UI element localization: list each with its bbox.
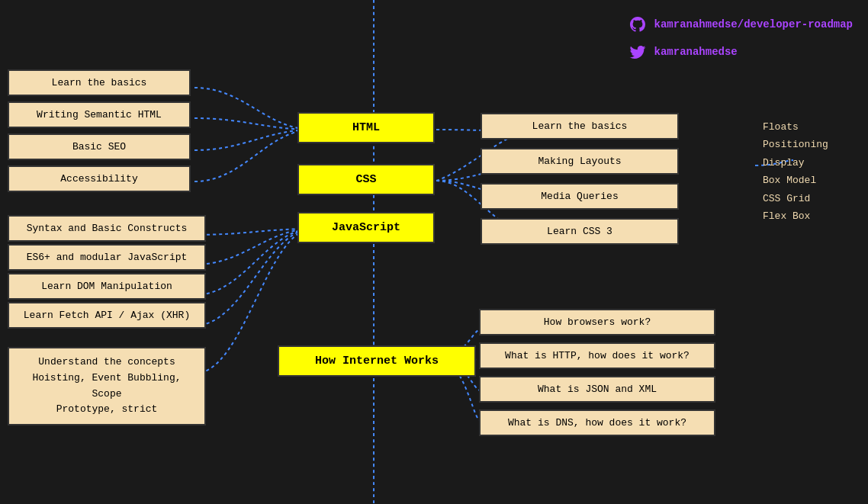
twitter-link[interactable]: kamranahmedse (628, 43, 853, 61)
twitter-icon (628, 43, 647, 61)
twitter-label: kamranahmedse (654, 46, 738, 58)
syntax-node: Syntax and Basic Constructs (8, 215, 206, 242)
concepts-node: Understand the conceptsHoisting, Event B… (8, 347, 206, 425)
basic-seo-node: Basic SEO (8, 133, 191, 160)
dns-node: What is DNS, how does it work? (479, 409, 715, 436)
accessibility-node: Accessibility (8, 165, 191, 192)
css-concepts-text: FloatsPositioningDisplayBox ModelCSS Gri… (763, 118, 828, 225)
http-node: What is HTTP, how does it work? (479, 342, 715, 369)
json-xml-node: What is JSON and XML (479, 376, 715, 403)
learn-basics-html-node: Learn the basics (8, 69, 191, 96)
dom-node: Learn DOM Manipulation (8, 273, 206, 300)
css-node: CSS (297, 164, 435, 195)
writing-semantic-node: Writing Semantic HTML (8, 101, 191, 128)
fetch-node: Learn Fetch API / Ajax (XHR) (8, 302, 206, 329)
learn-css3-node: Learn CSS 3 (481, 218, 679, 245)
making-layouts-node: Making Layouts (481, 148, 679, 175)
javascript-node: JavaScript (297, 212, 435, 243)
social-area: kamranahmedse/developer-roadmap kamranah… (628, 15, 853, 61)
how-browsers-node: How browsers work? (479, 309, 715, 335)
github-icon (628, 15, 647, 34)
diagram-container: kamranahmedse/developer-roadmap kamranah… (0, 0, 868, 504)
github-link[interactable]: kamranahmedse/developer-roadmap (628, 15, 853, 34)
es6-node: ES6+ and modular JavaScript (8, 244, 206, 271)
github-label: kamranahmedse/developer-roadmap (654, 18, 853, 30)
learn-basics-css-node: Learn the basics (481, 113, 679, 140)
media-queries-node: Media Queries (481, 183, 679, 210)
how-internet-node: How Internet Works (278, 345, 476, 377)
html-node: HTML (297, 112, 435, 143)
